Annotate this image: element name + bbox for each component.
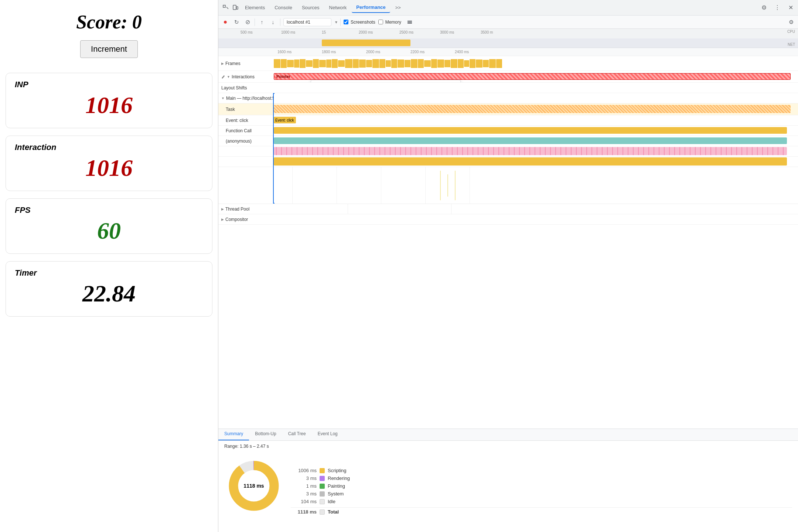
frames-arrow[interactable]: ▶: [221, 62, 224, 65]
frame-block: [313, 59, 319, 68]
frame-block: [294, 59, 299, 68]
tab-more[interactable]: >>: [391, 3, 405, 13]
perf-settings-icon[interactable]: ⚙: [787, 18, 795, 26]
vtick-3: [381, 167, 381, 204]
sparse-bar-2: [447, 174, 448, 197]
range-text: Range: 1.36 s – 2.47 s: [218, 441, 798, 450]
main-thread-tracks: ▼ Main — http://localhost:51 Task: [218, 93, 798, 204]
thread-pool-arrow[interactable]: ▶: [221, 207, 224, 211]
main-track-label[interactable]: ▼ Main — http://localhost:51: [218, 96, 274, 101]
frame-block: [418, 59, 424, 68]
timeline-area[interactable]: 1600 ms 1800 ms 2000 ms 2200 ms 2400 ms …: [218, 48, 798, 429]
interactions-arrow[interactable]: ▼: [227, 75, 230, 79]
tab-event-log[interactable]: Event Log: [312, 429, 344, 440]
frame-block: [332, 59, 338, 68]
record-button[interactable]: ●: [221, 18, 229, 26]
close-icon[interactable]: ✕: [786, 3, 795, 12]
legend-total: 1118 ms Total: [291, 507, 792, 515]
tab-elements[interactable]: Elements: [241, 3, 269, 13]
interaction-tooltip: 1.02 s Pointer Long interaction is indic…: [311, 80, 461, 82]
settings-gear-icon[interactable]: ⚙: [760, 3, 768, 12]
legend-scripting: 1006 ms Scripting: [291, 468, 792, 473]
frame-block: [437, 59, 444, 68]
svg-rect-6: [407, 23, 412, 24]
layout-shifts-label-text: Layout Shifts: [221, 85, 247, 91]
rendering-dot: [320, 476, 325, 481]
task-track-label: Task: [218, 107, 274, 112]
compositor-arrow[interactable]: ▶: [221, 218, 224, 221]
event-click-bar: Event: click: [274, 117, 296, 123]
interactions-track-content: Pointer 1.02 s Pointer Long interaction …: [274, 71, 798, 82]
interaction-label: Interaction: [15, 143, 203, 152]
event-click-content: Event: click: [274, 115, 798, 125]
thread-pool-label[interactable]: ▶ Thread Pool: [218, 207, 274, 212]
legend-idle-val: 104 ms: [291, 499, 317, 504]
download-button[interactable]: ↓: [269, 18, 277, 26]
vtick-4: [425, 167, 426, 204]
legend-painting: 1 ms Painting: [291, 483, 792, 489]
tab-call-tree[interactable]: Call Tree: [282, 429, 312, 440]
frame-block: [287, 60, 294, 67]
layout-shifts-content: [274, 83, 798, 93]
task-label-text: Task: [226, 107, 235, 112]
score-title: Score: 0: [76, 11, 142, 33]
devtools-toolbar: ● ↻ ⊘ ↑ ↓ localhost #1 ▾ Screenshots Mem…: [218, 16, 798, 29]
timeline-ruler: 500 ms 1000 ms 15 2000 ms 2500 ms 3000 m…: [218, 29, 798, 48]
more-icon[interactable]: ⋮: [773, 3, 782, 12]
system-dot: [320, 491, 325, 497]
clear-button[interactable]: ⊘: [243, 18, 252, 26]
pointer-interaction-bar[interactable]: Pointer: [274, 73, 791, 80]
memory-checkbox[interactable]: [378, 20, 383, 24]
device-icon[interactable]: [231, 3, 240, 12]
tab-summary[interactable]: Summary: [218, 429, 249, 440]
frame-block: [405, 60, 410, 67]
vtick-5: [470, 167, 470, 204]
svg-rect-3: [236, 7, 238, 9]
memory-label: Memory: [385, 20, 401, 25]
compositor-label[interactable]: ▶ Compositor: [218, 217, 274, 222]
tab-network[interactable]: Network: [325, 3, 351, 13]
frame-block: [476, 59, 482, 68]
interactions-track-label[interactable]: ▼ Interactions: [218, 74, 274, 79]
painting-name: Painting: [328, 483, 345, 489]
frame-block: [359, 59, 366, 68]
thread-pool-label-text: Thread Pool: [225, 207, 249, 212]
tab-bottom-up[interactable]: Bottom-Up: [249, 429, 282, 440]
idle-name: Idle: [328, 499, 335, 504]
interactions-label-text: Interactions: [232, 74, 255, 79]
main-arrow[interactable]: ▼: [221, 96, 225, 100]
sparse-bar-1: [440, 171, 441, 200]
anonymous-label: (anonymous): [218, 139, 274, 144]
pink-bar-content: [274, 146, 798, 156]
frame-block: [345, 59, 352, 68]
tick-2000ms: 2000 ms: [359, 30, 373, 34]
url-selector[interactable]: localhost #1: [283, 18, 331, 26]
frame-block: [281, 59, 287, 68]
anonymous-bar: [274, 137, 787, 144]
timer-label: Timer: [15, 268, 203, 278]
tab-sources[interactable]: Sources: [297, 3, 324, 13]
increment-button[interactable]: Increment: [80, 40, 138, 58]
compositor-label-text: Compositor: [225, 217, 248, 222]
tp-vtick2: [451, 204, 451, 214]
tab-performance[interactable]: Performance: [352, 2, 390, 13]
inspector-icon[interactable]: [221, 3, 230, 12]
interaction-card: Interaction 1016: [6, 136, 212, 191]
main-track-content: [274, 93, 798, 103]
frames-track-label[interactable]: ▶ Frames: [218, 61, 274, 66]
upload-button[interactable]: ↑: [258, 18, 266, 26]
reload-button[interactable]: ↻: [232, 18, 241, 26]
tick-1000ms: 1000 ms: [281, 30, 295, 34]
frame-block: [274, 59, 280, 68]
frame-block: [366, 60, 372, 67]
tick-2500ms: 2500 ms: [399, 30, 413, 34]
function-call-bar: [274, 127, 787, 134]
screenshots-checkbox[interactable]: [344, 20, 348, 24]
frame-block: [496, 59, 502, 68]
scripting-dot: [320, 468, 325, 473]
vtick-1: [292, 167, 293, 204]
vtick-2: [337, 167, 337, 204]
tab-console[interactable]: Console: [270, 3, 297, 13]
capture-settings-icon[interactable]: [406, 18, 414, 26]
yellow-continuation-bar: [274, 157, 787, 166]
